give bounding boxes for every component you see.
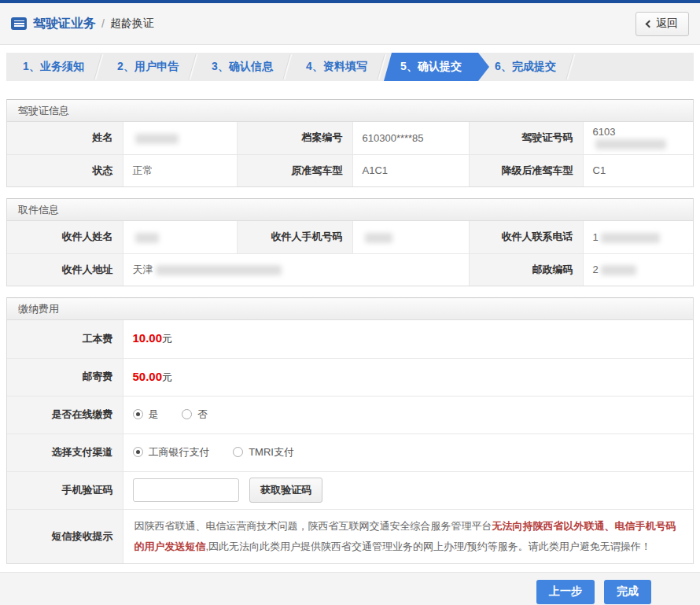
table-row: 姓名 档案编号 610300****85 驾驶证号码 6103 xyxy=(7,122,693,154)
payment-table: 工本费 10.00元 邮寄费 50.00元 是否在线缴费 是 否 xyxy=(7,320,693,563)
step-label: 6、完成提交 xyxy=(495,60,556,74)
pickup-info-section: 取件信息 收件人姓名 收件人手机号码 收件人联系电话 1 收件人地址 天津 邮政… xyxy=(6,198,694,286)
notice-segment: 因陕西省联通、电信运营商技术问题，陕西省互联网交通安全综合服务管理平台 xyxy=(134,520,492,532)
redacted-text xyxy=(156,265,282,275)
sms-notice-label: 短信接收提示 xyxy=(7,509,123,563)
license-section-title: 驾驶证信息 xyxy=(7,100,693,122)
channel-icbc-label[interactable]: 工商银行支付 xyxy=(149,445,210,459)
recipient-address-value: 天津 xyxy=(123,253,469,286)
name-value xyxy=(123,122,237,154)
table-row: 手机验证码 获取验证码 xyxy=(7,471,693,509)
online-pay-no-label[interactable]: 否 xyxy=(197,408,208,422)
payment-section: 缴纳费用 工本费 10.00元 邮寄费 50.00元 是否在线缴费 是 xyxy=(6,297,694,564)
status-label: 状态 xyxy=(7,154,123,186)
step-wizard: 1、业务须知 2、用户申告 3、确认信息 4、资料填写 5、确认提交 6、完成提… xyxy=(6,53,694,81)
channel-tmri-label[interactable]: TMRI支付 xyxy=(249,445,294,459)
redacted-text xyxy=(365,233,392,243)
recipient-address-label: 收件人地址 xyxy=(7,253,123,286)
name-label: 姓名 xyxy=(7,122,123,154)
license-number-value: 6103 xyxy=(583,122,693,154)
downgraded-class-value: C1 xyxy=(583,154,693,186)
back-button-label: 返回 xyxy=(656,17,678,31)
step-3-confirm-info: 3、确认信息 xyxy=(195,53,289,81)
finish-button[interactable]: 完成 xyxy=(604,580,651,604)
page-title: 驾驶证业务 xyxy=(33,16,96,32)
sms-notice-text: 因陕西省联通、电信运营商技术问题，陕西省互联网交通安全综合服务管理平台无法向持陕… xyxy=(123,509,693,563)
radio-checked-icon[interactable] xyxy=(133,409,143,419)
pickup-info-table: 收件人姓名 收件人手机号码 收件人联系电话 1 收件人地址 天津 邮政编码 2 xyxy=(7,221,693,286)
file-number-label: 档案编号 xyxy=(237,122,352,154)
original-class-value: A1C1 xyxy=(352,154,469,186)
channel-icbc-option[interactable]: 工商银行支付 xyxy=(133,445,210,459)
step-label: 2、用户申告 xyxy=(117,60,179,74)
license-info-table: 姓名 档案编号 610300****85 驾驶证号码 6103 状态 正常 原准… xyxy=(7,122,693,186)
postcode-label: 邮政编码 xyxy=(469,253,583,286)
redacted-text xyxy=(601,233,660,243)
postage-fee-value: 50.00元 xyxy=(123,358,693,396)
tel-prefix: 1 xyxy=(593,231,599,243)
table-row: 邮寄费 50.00元 xyxy=(7,358,693,396)
step-label: 3、确认信息 xyxy=(212,60,273,74)
online-pay-no-option[interactable]: 否 xyxy=(182,408,208,422)
breadcrumb-current: 超龄换证 xyxy=(110,17,154,31)
recipient-tel-value: 1 xyxy=(583,221,693,253)
status-value: 正常 xyxy=(123,154,237,186)
recipient-tel-label: 收件人联系电话 xyxy=(469,221,583,253)
address-prefix: 天津 xyxy=(133,264,153,275)
original-class-label: 原准驾车型 xyxy=(237,154,352,186)
table-row: 收件人姓名 收件人手机号码 收件人联系电话 1 xyxy=(7,221,693,253)
redacted-text xyxy=(595,139,666,149)
sms-code-input[interactable] xyxy=(133,478,239,502)
redacted-text xyxy=(135,233,159,243)
step-6-complete: 6、完成提交 xyxy=(478,53,573,81)
channel-tmri-option[interactable]: TMRI支付 xyxy=(233,445,294,459)
table-row: 收件人地址 天津 邮政编码 2 xyxy=(7,253,693,286)
radio-checked-icon[interactable] xyxy=(133,447,143,457)
table-row: 短信接收提示 因陕西省联通、电信运营商技术问题，陕西省互联网交通安全综合服务管理… xyxy=(7,509,693,563)
table-row: 选择支付渠道 工商银行支付 TMRI支付 xyxy=(7,433,693,471)
online-pay-yes-label[interactable]: 是 xyxy=(149,408,159,422)
online-pay-yes-option[interactable]: 是 xyxy=(133,408,159,422)
step-2-declaration: 2、用户申告 xyxy=(101,53,195,81)
license-info-section: 驾驶证信息 姓名 档案编号 610300****85 驾驶证号码 6103 状态… xyxy=(6,99,694,187)
sms-code-label: 手机验证码 xyxy=(7,471,123,509)
chevron-left-icon xyxy=(646,20,654,28)
table-row: 工本费 10.00元 xyxy=(7,320,693,358)
online-pay-label: 是否在线缴费 xyxy=(7,396,123,433)
sms-code-row: 获取验证码 xyxy=(123,471,693,509)
footer-action-bar: 上一步 完成 xyxy=(0,572,700,605)
table-row: 状态 正常 原准驾车型 A1C1 降级后准驾车型 C1 xyxy=(7,154,693,186)
file-number-value: 610300****85 xyxy=(352,122,469,154)
recipient-mobile-value xyxy=(352,221,469,253)
online-pay-options: 是 否 xyxy=(123,396,693,433)
payment-section-title: 缴纳费用 xyxy=(7,298,693,320)
step-label: 5、确认提交 xyxy=(400,60,462,74)
fee-unit: 元 xyxy=(162,371,172,383)
postcode-value: 2 xyxy=(583,253,693,286)
pay-channel-options: 工商银行支付 TMRI支付 xyxy=(123,433,693,471)
postage-fee-label: 邮寄费 xyxy=(7,358,123,396)
page-header: 驾驶证业务 / 超龄换证 返回 xyxy=(0,3,700,45)
step-label: 1、业务须知 xyxy=(23,60,84,74)
license-number-label: 驾驶证号码 xyxy=(469,122,583,154)
pickup-section-title: 取件信息 xyxy=(7,199,693,221)
postcode-prefix: 2 xyxy=(593,264,599,275)
list-icon xyxy=(11,17,27,30)
downgraded-class-label: 降级后准驾车型 xyxy=(469,154,583,186)
notice-segment: ,因此无法向此类用户提供陕西省交通管理业务的网上办理/预约等服务。请此类用户避免… xyxy=(206,540,651,552)
recipient-mobile-label: 收件人手机号码 xyxy=(237,221,352,253)
recipient-name-label: 收件人姓名 xyxy=(7,221,123,253)
redacted-text xyxy=(601,265,636,275)
radio-unchecked-icon[interactable] xyxy=(233,447,243,457)
recipient-name-value xyxy=(123,221,237,253)
card-fee-amount: 10.00 xyxy=(133,331,163,345)
get-sms-code-button[interactable]: 获取验证码 xyxy=(249,478,322,503)
step-label: 4、资料填写 xyxy=(306,60,367,74)
previous-step-button[interactable]: 上一步 xyxy=(536,580,595,604)
card-fee-value: 10.00元 xyxy=(123,320,693,358)
back-button[interactable]: 返回 xyxy=(636,12,689,36)
postage-fee-amount: 50.00 xyxy=(133,370,163,383)
radio-unchecked-icon[interactable] xyxy=(182,409,192,419)
step-5-confirm-submit-active: 5、确认提交 xyxy=(384,53,489,81)
step-4-fill-data: 4、资料填写 xyxy=(289,53,384,81)
